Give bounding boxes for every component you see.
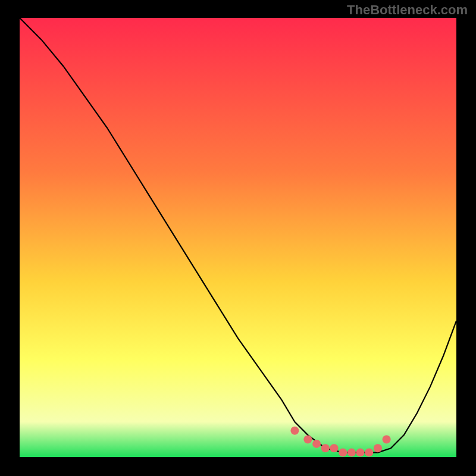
gradient-background bbox=[20, 18, 456, 457]
optimal-dot bbox=[312, 440, 321, 448]
chart-svg bbox=[20, 18, 456, 457]
optimal-dot bbox=[321, 444, 330, 452]
optimal-dot bbox=[356, 449, 365, 457]
optimal-dot bbox=[339, 449, 347, 457]
optimal-dot bbox=[374, 444, 382, 452]
watermark-text: TheBottleneck.com bbox=[347, 2, 468, 18]
optimal-dot bbox=[303, 436, 312, 444]
optimal-dot bbox=[365, 449, 373, 457]
chart-container: TheBottleneck.com bbox=[0, 0, 476, 476]
optimal-dot bbox=[347, 449, 356, 457]
optimal-dot bbox=[290, 427, 299, 435]
optimal-dot bbox=[383, 436, 391, 444]
plot-area bbox=[20, 18, 456, 457]
optimal-dot bbox=[330, 444, 339, 452]
